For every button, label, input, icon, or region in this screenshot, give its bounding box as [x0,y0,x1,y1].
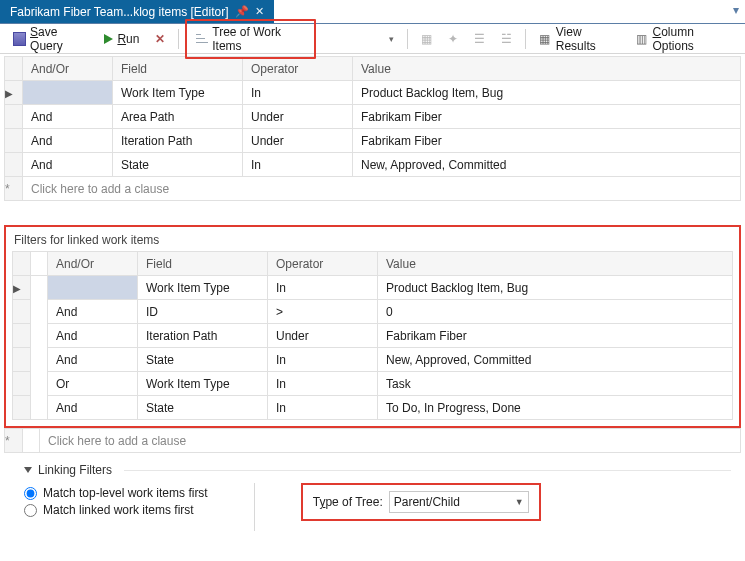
table-row[interactable]: And State In New, Approved, Committed [5,153,741,177]
top-filter-grid[interactable]: And/Or Field Operator Value ▶ Work Item … [4,56,741,201]
cell-value[interactable]: Fabrikam Fiber [378,324,733,348]
view-results-button[interactable]: ▦ View Results [532,22,627,56]
linking-filters-legend[interactable]: Linking Filters [24,463,731,477]
cell-field[interactable]: Iteration Path [138,324,268,348]
cell-op[interactable]: Under [243,129,353,153]
cell-value[interactable]: To Do, In Progress, Done [378,396,733,420]
cell-field[interactable]: Work Item Type [113,81,243,105]
cell-andor[interactable]: And [23,105,113,129]
cell-op[interactable]: Under [268,324,378,348]
radio-top-level[interactable]: Match top-level work items first [24,486,208,500]
add-clause-text[interactable]: Click here to add a clause [40,429,741,453]
column-options-button[interactable]: ▥ Column Options Column Options [629,22,739,56]
col-value[interactable]: Value [378,252,733,276]
cell-field[interactable]: State [138,396,268,420]
col-value[interactable]: Value [353,57,741,81]
top-filter-area: And/Or Field Operator Value ▶ Work Item … [0,56,745,531]
linked-filter-grid[interactable]: And/Or Field Operator Value ▶ Work Item … [12,251,733,420]
collapse-icon[interactable] [24,467,32,473]
cell-value[interactable]: Fabrikam Fiber [353,105,741,129]
cell-field[interactable]: Work Item Type [138,372,268,396]
tree-icon [196,32,208,45]
col-field[interactable]: Field [113,57,243,81]
cell-andor[interactable]: And [48,324,138,348]
cell-value[interactable]: Product Backlog Item, Bug [353,81,741,105]
cell-op[interactable]: In [243,153,353,177]
delete-clause-icon[interactable]: ✦ [441,29,465,49]
type-of-tree-dropdown[interactable]: Parent/Child ▼ [389,491,529,513]
table-row[interactable]: And State In New, Approved, Committed [13,348,733,372]
toolbar: SSave Queryave Query Run Run ✕ Tree of W… [0,24,745,54]
linked-add-clause-grid[interactable]: * Click here to add a clause [4,428,741,453]
cell-andor[interactable] [23,81,113,105]
tabwell-dropdown-icon[interactable]: ▾ [727,0,745,23]
cell-value[interactable]: Task [378,372,733,396]
col-operator[interactable]: Operator [243,57,353,81]
cell-op[interactable]: In [268,276,378,300]
cell-value[interactable]: New, Approved, Committed [353,153,741,177]
legend-rule [124,470,731,471]
titlebar: Fabrikam Fiber Team...klog items [Editor… [0,0,745,24]
current-row-icon: ▶ [5,88,13,99]
table-row[interactable]: And Iteration Path Under Fabrikam Fiber [13,324,733,348]
cell-field[interactable]: State [138,348,268,372]
new-clause-icon[interactable]: ▦ [414,29,439,49]
radio-top-level-input[interactable] [24,487,37,500]
cell-op[interactable]: In [268,372,378,396]
table-row[interactable]: ▶ Work Item Type In Product Backlog Item… [13,276,733,300]
cell-andor[interactable]: And [48,396,138,420]
radio-linked-label: Match linked work items first [43,503,194,517]
cell-field[interactable]: Work Item Type [138,276,268,300]
add-clause-row[interactable]: * Click here to add a clause [5,177,741,201]
cell-andor[interactable] [48,276,138,300]
table-row[interactable]: Or Work Item Type In Task [13,372,733,396]
cell-value[interactable]: Product Backlog Item, Bug [378,276,733,300]
group-bracket [31,276,48,420]
new-row-icon: * [5,429,23,453]
rowheader-blank [5,57,23,81]
cell-value[interactable]: Fabrikam Fiber [353,129,741,153]
cell-op[interactable]: In [243,81,353,105]
cell-value[interactable]: 0 [378,300,733,324]
col-andor[interactable]: And/Or [48,252,138,276]
add-clause-row[interactable]: * Click here to add a clause [5,429,741,453]
table-row[interactable]: ▶ Work Item Type In Product Backlog Item… [5,81,741,105]
radio-linked[interactable]: Match linked work items first [24,503,208,517]
close-icon[interactable]: ✕ [255,5,264,18]
cell-andor[interactable]: And [23,129,113,153]
cell-field[interactable]: ID [138,300,268,324]
table-row[interactable]: And Area Path Under Fabrikam Fiber [5,105,741,129]
cell-field[interactable]: Iteration Path [113,129,243,153]
query-type-dropdown[interactable]: ▾ [380,31,401,47]
ungroup-clauses-icon[interactable]: ☱ [494,29,519,49]
results-icon: ▦ [539,32,552,46]
delete-button[interactable]: ✕ [148,29,172,49]
linked-filters-title: Filters for linked work items [14,233,733,247]
add-clause-text[interactable]: Click here to add a clause [23,177,741,201]
table-row[interactable]: And ID > 0 [13,300,733,324]
legend-text: Linking Filters [38,463,112,477]
cell-andor[interactable]: And [23,153,113,177]
save-query-button[interactable]: SSave Queryave Query [6,22,95,56]
cell-op[interactable]: > [268,300,378,324]
tree-of-work-items-button[interactable]: Tree of Work Items [189,22,312,56]
table-row[interactable]: And State In To Do, In Progress, Done [13,396,733,420]
col-field[interactable]: Field [138,252,268,276]
run-button[interactable]: Run Run [97,29,146,49]
radio-linked-input[interactable] [24,504,37,517]
separator [178,29,179,49]
cell-andor[interactable]: Or [48,372,138,396]
cell-op[interactable]: Under [243,105,353,129]
cell-op[interactable]: In [268,348,378,372]
col-operator[interactable]: Operator [268,252,378,276]
cell-field[interactable]: Area Path [113,105,243,129]
col-andor[interactable]: And/Or [23,57,113,81]
cell-value[interactable]: New, Approved, Committed [378,348,733,372]
pin-icon[interactable]: 📌 [235,5,249,18]
cell-op[interactable]: In [268,396,378,420]
group-clauses-icon[interactable]: ☰ [467,29,492,49]
cell-andor[interactable]: And [48,348,138,372]
cell-field[interactable]: State [113,153,243,177]
table-row[interactable]: And Iteration Path Under Fabrikam Fiber [5,129,741,153]
cell-andor[interactable]: And [48,300,138,324]
